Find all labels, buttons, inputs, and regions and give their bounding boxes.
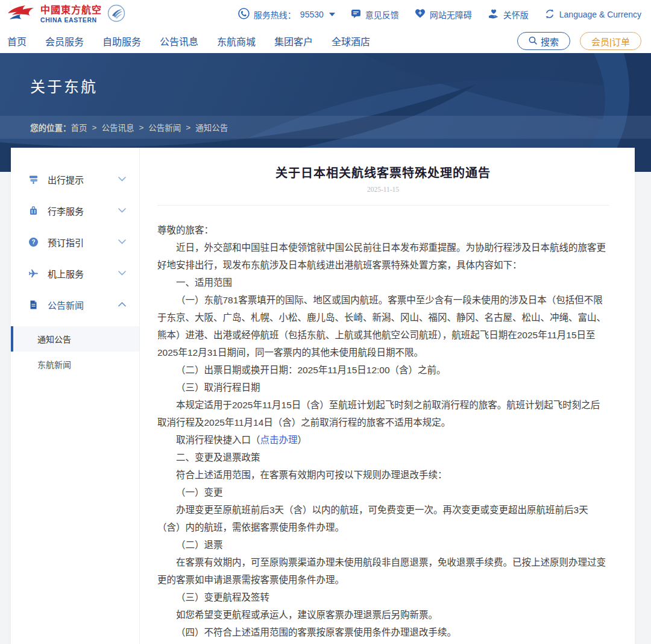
article-paragraph: （一）东航781客票填开的国际、地区或国内航班。客票中至少含有一段未使用的涉及日…	[157, 291, 609, 361]
chevron-down-icon	[329, 13, 335, 16]
article-paragraph	[157, 641, 609, 644]
article-paragraph: 办理变更至原航班前后3天（含）以内的航班，可免费变更一次。再次变更或变更超出原航…	[157, 501, 609, 536]
article-paragraph: 尊敬的旅客：	[157, 221, 609, 239]
sidebar-label: 公告新闻	[48, 298, 84, 311]
nav-self-services[interactable]: 自助服务	[102, 34, 141, 48]
page: 中國東方航空 CHINA EASTERN	[0, 0, 651, 644]
feedback-label: 意见反馈	[365, 8, 399, 21]
article-paragraph: （二）出票日期或换开日期：2025年11月15日12:00（含）之前。	[157, 361, 609, 379]
article-paragraph: （四）不符合上述适用范围的客票按原客票使用条件办理退改手续。	[157, 623, 609, 641]
member-orders-button[interactable]: 会员|订单	[580, 32, 641, 50]
phone-24-icon	[238, 8, 250, 21]
sidebar-subitem-ce-news[interactable]: 东航新闻	[11, 352, 139, 377]
nav-mall[interactable]: 东航商城	[217, 34, 256, 48]
service-hotline[interactable]: 服务热线：95530	[238, 8, 335, 21]
signpost-icon	[28, 174, 39, 185]
question-circle-icon: ?	[28, 236, 39, 247]
document-icon	[28, 299, 39, 310]
china-eastern-bird-icon	[7, 4, 35, 25]
sidebar-item-inflight[interactable]: 机上服务	[11, 257, 139, 289]
sidebar-label: 出行提示	[48, 173, 84, 186]
svg-text:?: ?	[31, 239, 35, 245]
member-orders-label: 会员|订单	[591, 35, 630, 48]
article-paragraph: 符合上述适用范围，在客票有效期内可按以下规则办理退改手续：	[157, 466, 609, 484]
care-label: 关怀版	[503, 8, 529, 21]
brand-name-en: CHINA EASTERN	[40, 17, 102, 24]
nav-member-services[interactable]: 会员服务	[45, 34, 84, 48]
care-version-link[interactable]: 关怀版	[488, 8, 529, 21]
chevron-down-icon	[118, 239, 126, 244]
chevron-up-icon	[118, 302, 126, 307]
article-paragraph: （三）变更航程及签转	[157, 589, 609, 606]
nav-corporate[interactable]: 集团客户	[274, 34, 313, 48]
utility-links: 服务热线：95530 意见反馈	[238, 8, 641, 21]
search-button[interactable]: 搜索	[517, 32, 570, 50]
main-nav: 首页 会员服务 自助服务 公告讯息 东航商城 集团客户 全球酒店 搜索 会员|订…	[0, 29, 651, 53]
brand-wordmark: 中國東方航空 CHINA EASTERN	[40, 5, 102, 24]
sidebar-sublabel: 东航新闻	[37, 358, 71, 370]
sidebar-subitem-notices[interactable]: 通知公告	[11, 326, 139, 352]
cancel-itinerary-link[interactable]: 点击办理	[260, 435, 298, 445]
breadcrumb: 您的位置： 首页 > 公告讯息 > 公告新闻 > 通知公告	[0, 116, 651, 139]
hand-heart-icon	[488, 8, 499, 21]
language-exchange-icon	[544, 8, 555, 21]
article-paragraph: 在客票有效期内，可至原购票渠道办理未使用航段非自愿退票，免收退票手续费。已按上述…	[157, 554, 609, 589]
breadcrumb-separator: >	[92, 123, 97, 132]
feedback-link[interactable]: 意见反馈	[351, 8, 399, 21]
sidebar-label: 预订指引	[48, 236, 84, 248]
sidebar: 出行提示 行李服务	[11, 148, 140, 644]
article-title: 关于日本相关航线客票特殊处理的通告	[157, 163, 609, 181]
brand-name-cn: 中國東方航空	[40, 5, 102, 16]
title-divider	[157, 205, 609, 206]
heart-plus-icon	[415, 8, 426, 21]
breadcrumb-notices[interactable]: 通知公告	[195, 121, 228, 133]
hotline-number: 95530	[300, 10, 324, 19]
nav-hotels[interactable]: 全球酒店	[332, 34, 370, 48]
breadcrumb-prefix: 您的位置：	[30, 121, 71, 133]
breadcrumb-separator: >	[139, 123, 143, 132]
breadcrumb-announcement-news[interactable]: 公告新闻	[148, 121, 181, 133]
nav-links: 首页 会员服务 自助服务 公告讯息 东航商城 集团客户 全球酒店	[7, 34, 370, 48]
nav-home[interactable]: 首页	[7, 34, 27, 48]
sidebar-item-travel-tips[interactable]: 出行提示	[11, 163, 139, 195]
sidebar-label: 行李服务	[48, 204, 84, 217]
content-card: 出行提示 行李服务	[11, 148, 635, 644]
breadcrumb-home[interactable]: 首页	[71, 121, 87, 133]
sidebar-label: 机上服务	[48, 267, 84, 280]
article-paragraph: 一、适用范围	[157, 274, 609, 291]
article-paragraph: 如您希望变更航程或承运人，建议原客票办理退票后另购新票。	[157, 606, 609, 623]
search-icon	[529, 36, 537, 46]
nav-actions: 搜索 会员|订单	[517, 32, 641, 50]
banner-title: 关于东航	[30, 75, 98, 96]
accessibility-label: 网站无障碍	[430, 8, 472, 21]
hotline-label: 服务热线：	[254, 8, 296, 21]
language-currency-link[interactable]: Language & Currency	[544, 8, 641, 21]
brand-logo[interactable]: 中國東方航空 CHINA EASTERN	[7, 4, 125, 25]
sidebar-item-baggage[interactable]: 行李服务	[11, 195, 139, 226]
page-body: 出行提示 行李服务	[0, 172, 651, 644]
search-label: 搜索	[541, 35, 559, 48]
article-paragraph: （二）退票	[157, 536, 609, 554]
chevron-down-icon	[118, 271, 126, 276]
feedback-icon	[351, 8, 361, 21]
chevron-down-icon	[118, 208, 126, 213]
language-label: Language & Currency	[559, 10, 641, 19]
airplane-icon	[28, 268, 39, 279]
breadcrumb-announcements[interactable]: 公告讯息	[101, 121, 134, 133]
article-date: 2025-11-15	[157, 186, 609, 193]
sidebar-item-booking-guide[interactable]: ? 预订指引	[11, 226, 139, 257]
article-paragraph: （一）变更	[157, 484, 609, 501]
sidebar-sublabel: 通知公告	[37, 333, 71, 345]
luggage-icon	[28, 205, 39, 216]
article-paragraph: 二、变更及退票政策	[157, 449, 609, 466]
breadcrumb-separator: >	[186, 123, 190, 132]
skyteam-logo-icon	[107, 4, 125, 25]
accessibility-link[interactable]: 网站无障碍	[415, 8, 472, 21]
nav-announcements[interactable]: 公告讯息	[160, 34, 198, 48]
article-paragraph: 本规定适用于2025年11月15日（含）至航班计划起飞时刻之前取消行程的旅客。航…	[157, 396, 609, 431]
sidebar-item-announcement-news[interactable]: 公告新闻	[11, 289, 139, 320]
sidebar-sub-list: 通知公告 东航新闻	[11, 326, 139, 377]
article-paragraph: （三）取消行程日期	[157, 379, 609, 396]
article-paragraph: 近日，外交部和中国驻日本使领馆就中国公民前往日本发布郑重提醒。为协助行程涉及日本…	[157, 239, 609, 274]
article-body: 尊敬的旅客：近日，外交部和中国驻日本使领馆就中国公民前往日本发布郑重提醒。为协助…	[157, 221, 609, 644]
